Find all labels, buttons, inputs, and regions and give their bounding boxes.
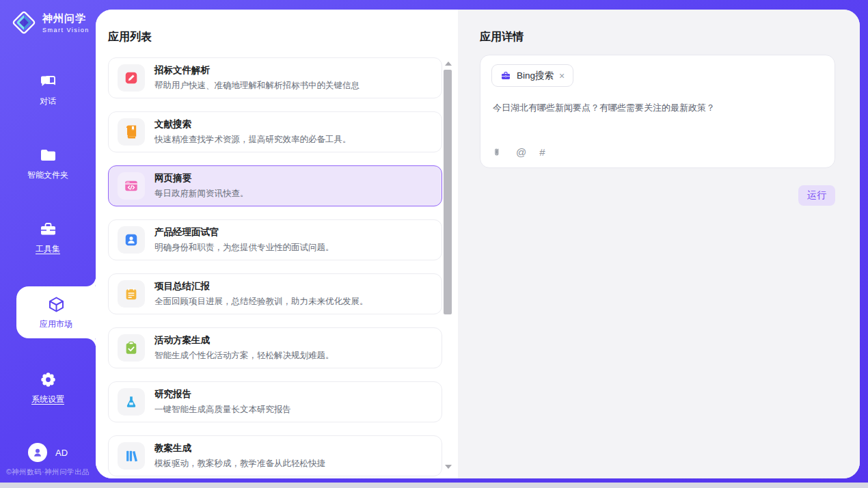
sidebar-item-folder[interactable]: 智能文件夹 [0,142,96,185]
app-list-title: 应用列表 [108,30,152,44]
brand-logo: 神州问学 Smart Vision [11,10,90,36]
app-card-title: 文献搜索 [154,118,351,131]
sidebar-item-label: 系统设置 [31,394,64,405]
app-card-description: 模板驱动，教案秒成，教学准备从此轻松快捷 [154,458,325,470]
doc-edit-icon [118,64,145,92]
scrollbar[interactable] [444,57,452,473]
app-card-title: 活动方案生成 [154,334,334,347]
folder-icon [39,146,57,165]
cube-icon [47,295,66,314]
app-card-list: 招标文件解析帮助用户快速、准确地理解和解析招标书中的关键信息文献搜索快速精准查找… [108,57,442,478]
mention-icon[interactable]: @ [516,147,526,157]
brand-name: 神州问学 [42,12,90,25]
app-card[interactable]: 教案生成模板驱动，教案秒成，教学准备从此轻松快捷 [108,435,442,476]
clipboard-check-icon [118,334,145,362]
app-list-panel: 应用列表 招标文件解析帮助用户快速、准确地理解和解析招标书中的关键信息文献搜索快… [96,10,458,478]
app-card-description: 明确身份和职责，为您提供专业性的面试问题。 [154,242,334,254]
scroll-up-icon[interactable] [445,62,452,66]
hash-icon[interactable]: # [539,147,545,157]
gear-icon [39,370,57,389]
sidebar-item-label: 对话 [40,96,56,107]
notepad-icon [118,280,145,308]
run-button[interactable]: 运行 [798,185,835,206]
content-surface: 应用列表 招标文件解析帮助用户快速、准确地理解和解析招标书中的关键信息文献搜索快… [96,10,860,478]
toolbox-icon [39,220,57,239]
briefcase-icon [500,70,511,81]
user-row[interactable]: AD [0,442,96,463]
sidebar-item-chat[interactable]: 对话 [0,68,96,111]
prompt-card: Bing搜索 × 今日湖北有哪些新闻要点？有哪些需要关注的最新政策？ @ # [480,55,835,168]
sidebar-item-gear[interactable]: 系统设置 [0,366,96,409]
person-icon [31,446,44,459]
brand-tagline: Smart Vision [42,27,90,33]
app-card-description: 快速精准查找学术资源，提高研究效率的必备工具。 [154,134,351,146]
bing-search-tag[interactable]: Bing搜索 × [491,64,573,87]
app-card[interactable]: 招标文件解析帮助用户快速、准确地理解和解析招标书中的关键信息 [108,57,442,98]
tag-close-icon[interactable]: × [559,71,565,81]
app-card-title: 项目总结汇报 [154,280,368,293]
sidebar-item-toolbox[interactable]: 工具集 [0,216,96,258]
scroll-down-icon[interactable] [445,465,452,469]
query-input[interactable]: 今日湖北有哪些新闻要点？有哪些需要关注的最新政策？ [493,102,822,114]
user-name: AD [55,448,68,458]
avatar[interactable] [28,443,47,462]
sidebar-footer: ©神州数码·神州问学出品 [0,467,96,477]
books-icon [118,442,145,470]
app-card-title: 网页摘要 [154,172,249,185]
browser-code-icon [118,172,145,200]
sidebar-item-label: 工具集 [36,243,60,255]
app-card[interactable]: 网页摘要每日政府新闻资讯快查。 [108,165,442,206]
app-card[interactable]: 研究报告一键智能生成高质量长文本研究报告 [108,381,442,422]
app-detail-title: 应用详情 [480,30,524,44]
sidebar: 神州问学 Smart Vision 对话智能文件夹工具集应用市场系统设置 AD … [0,0,96,483]
app-card-title: 研究报告 [154,388,291,401]
app-card-description: 帮助用户快速、准确地理解和解析招标书中的关键信息 [154,80,360,92]
app-card[interactable]: 活动方案生成智能生成个性化活动方案，轻松解决规划难题。 [108,327,442,368]
app-card[interactable]: 项目总结汇报全面回顾项目进展，总结经验教训，助力未来优化发展。 [108,273,442,314]
brand-diamond-icon [11,10,37,36]
interview-icon [118,226,145,254]
app-card[interactable]: 文献搜索快速精准查找学术资源，提高研究效率的必备工具。 [108,111,442,152]
app-card[interactable]: 产品经理面试官明确身份和职责，为您提供专业性的面试问题。 [108,219,442,260]
app-card-description: 全面回顾项目进展，总结经验教训，助力未来优化发展。 [154,296,368,308]
microscope-icon [118,388,145,416]
app-detail-panel: 应用详情 Bing搜索 × 今日湖北有哪些新闻要点？有哪些需要关注的最新政策？ [458,10,860,478]
chat-icon [39,72,57,91]
app-card-description: 每日政府新闻资讯快查。 [154,188,249,200]
sidebar-item-label: 智能文件夹 [27,170,68,181]
app-card-title: 招标文件解析 [154,64,360,77]
book-icon [118,118,145,146]
sidebar-item-label: 应用市场 [40,318,72,330]
bing-search-tag-label: Bing搜索 [517,70,554,82]
app-card-description: 一键智能生成高质量长文本研究报告 [154,404,291,416]
app-card-description: 智能生成个性化活动方案，轻松解决规划难题。 [154,350,334,362]
scrollbar-thumb[interactable] [444,70,452,314]
sidebar-item-cube[interactable]: 应用市场 [16,286,96,338]
app-card-title: 教案生成 [154,442,325,455]
attachment-icon[interactable] [493,147,503,157]
input-toolbar: @ # [493,147,545,157]
app-card-title: 产品经理面试官 [154,226,334,239]
